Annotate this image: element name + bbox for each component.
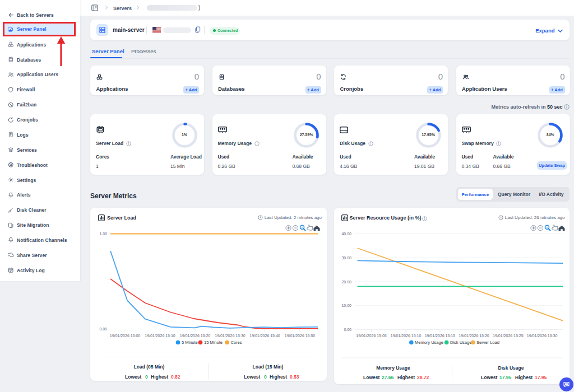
svg-text:20.00: 20.00 [341,280,351,284]
svg-text:10.00: 10.00 [341,304,351,307]
svg-text:Memory Usage: Memory Usage [415,340,443,345]
svg-text:Server Load: Server Load [476,340,499,345]
svg-text:Lowest: Lowest [125,374,141,380]
svg-text:Memory Usage: Memory Usage [376,365,410,371]
svg-text:Load (05 Min): Load (05 Min) [134,364,165,370]
svg-text:19/01/2026 15:00: 19/01/2026 15:00 [110,334,141,338]
svg-text:28.72: 28.72 [417,375,429,380]
svg-text:19/01/2026 15:15: 19/01/2026 15:15 [424,334,455,338]
svg-text:19/01/2026 15:50: 19/01/2026 15:50 [285,334,316,338]
svg-text:Highest: Highest [515,375,533,380]
svg-text:0.00: 0.00 [344,328,351,332]
svg-text:Highest: Highest [151,374,168,380]
svg-text:Lowest: Lowest [363,375,379,380]
svg-text:17.95: 17.95 [535,375,547,380]
svg-text:19/01/2026 15:30: 19/01/2026 15:30 [215,334,246,338]
svg-text:Highest: Highest [397,375,415,380]
svg-text:Lowest: Lowest [244,374,260,380]
svg-text:0: 0 [264,374,267,380]
svg-text:15 Minute: 15 Minute [204,340,223,345]
svg-text:Lowest: Lowest [481,375,497,380]
svg-text:Highest: Highest [270,374,287,380]
svg-text:19/01/2026 15:10: 19/01/2026 15:10 [145,334,175,338]
svg-text:19/01/2026 15:05: 19/01/2026 15:05 [356,334,387,338]
svg-text:Disk Usage: Disk Usage [450,340,471,345]
svg-text:Load (15 Min): Load (15 Min) [253,364,284,370]
svg-text:19/01/2026 15:20: 19/01/2026 15:20 [459,334,489,338]
svg-text:5 Minute: 5 Minute [182,340,198,345]
svg-text:1.00: 1.00 [99,232,107,236]
svg-text:19/01/2026 15:10: 19/01/2026 15:10 [390,334,421,338]
svg-text:19/01/2026 15:20: 19/01/2026 15:20 [180,334,211,338]
svg-text:0.53: 0.53 [290,374,299,380]
svg-text:0: 0 [145,374,148,380]
svg-text:19/01/2026 15:40: 19/01/2026 15:40 [249,334,280,338]
svg-text:40.00: 40.00 [341,232,351,236]
svg-text:27.66: 27.66 [382,375,394,380]
svg-text:0.82: 0.82 [171,374,180,380]
svg-text:0.00: 0.00 [99,327,107,331]
svg-text:Cores: Cores [231,340,242,345]
svg-text:19/01/2026 15:25: 19/01/2026 15:25 [493,334,524,338]
svg-text:17.95: 17.95 [499,375,512,380]
svg-text:Disk Usage: Disk Usage [498,365,524,371]
svg-text:19/01/2026 15:30: 19/01/2026 15:30 [526,334,557,338]
svg-text:30.00: 30.00 [341,256,351,260]
